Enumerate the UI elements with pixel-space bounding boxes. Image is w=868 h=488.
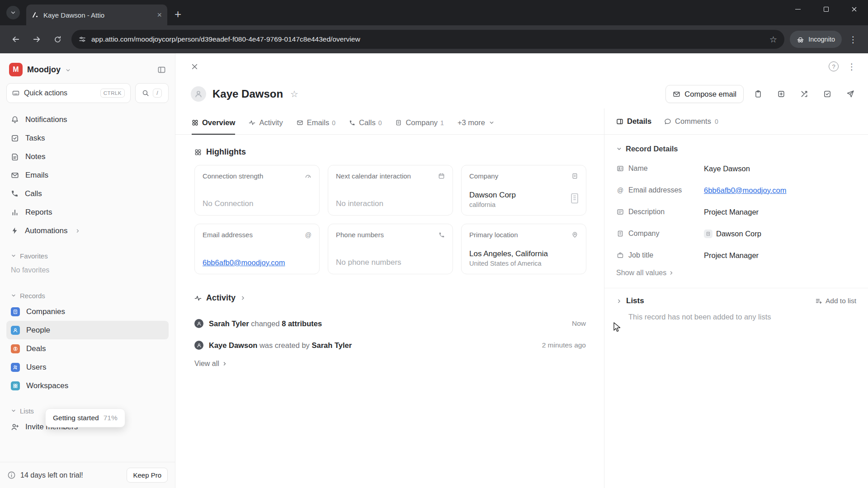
- tab-more[interactable]: +3 more: [458, 118, 495, 134]
- window-restore-button[interactable]: [812, 0, 840, 18]
- field-row-company[interactable]: Company Dawson Corp: [616, 223, 856, 244]
- field-row-job-title[interactable]: Job title Project Manager: [616, 244, 856, 266]
- record-actions: Compose email: [665, 85, 859, 103]
- card-email-addresses[interactable]: Email addresses @ 6bb6afb0@moodjoy.com: [194, 224, 320, 274]
- restore-icon: [824, 7, 829, 12]
- tab-label: +3 more: [458, 118, 485, 127]
- sidebar-toggle-icon[interactable]: [157, 66, 166, 74]
- tab-overview[interactable]: Overview: [192, 118, 235, 134]
- records-section-header[interactable]: Records: [6, 289, 169, 302]
- show-all-values-link[interactable]: Show all values: [616, 269, 856, 277]
- sidebar-item-label: Notifications: [25, 115, 67, 124]
- field-value[interactable]: Kaye Dawson: [704, 164, 750, 173]
- add-to-list-label: Add to list: [826, 297, 856, 305]
- card-connection-strength[interactable]: Connection strength No Connection: [194, 165, 320, 216]
- sidebar-item-calls[interactable]: Calls: [6, 184, 169, 203]
- keep-pro-button[interactable]: Keep Pro: [127, 468, 168, 483]
- favorites-section-header[interactable]: Favorites: [6, 249, 169, 263]
- add-note-button[interactable]: [773, 85, 790, 103]
- tab-emails[interactable]: Emails 0: [297, 118, 335, 134]
- field-value-company[interactable]: Dawson Corp: [704, 230, 761, 238]
- sidebar-item-tasks[interactable]: Tasks: [6, 129, 169, 147]
- browser-menu-button[interactable]: ⋮: [845, 31, 861, 48]
- close-record-button[interactable]: [187, 59, 202, 74]
- merge-records-button[interactable]: [796, 85, 813, 103]
- sidebar-item-users[interactable]: Users: [6, 358, 169, 376]
- tab-close-icon[interactable]: ×: [157, 11, 162, 19]
- forward-button[interactable]: [28, 31, 45, 48]
- view-all-link[interactable]: View all: [194, 360, 586, 368]
- add-to-list-button[interactable]: Add to list: [815, 297, 856, 305]
- sidebar-item-notes[interactable]: Notes: [6, 147, 169, 166]
- browser-tab[interactable]: Kaye Dawson - Attio ×: [26, 5, 167, 25]
- users-icon: [11, 363, 20, 372]
- field-value[interactable]: Project Manager: [704, 208, 759, 216]
- create-task-button[interactable]: [819, 85, 836, 103]
- sidebar-item-notifications[interactable]: Notifications: [6, 110, 169, 129]
- browser-chrome: Kaye Dawson - Attio × +: [0, 0, 868, 53]
- field-email-link[interactable]: 6bb6afb0@moodjoy.com: [704, 186, 786, 195]
- back-icon: [12, 35, 20, 43]
- chevron-down-icon: [11, 408, 16, 413]
- record-menu-button[interactable]: ⋮: [844, 59, 859, 74]
- activity-item[interactable]: Kaye Dawson was created by Sarah Tyler 2…: [194, 334, 586, 356]
- log-activity-button[interactable]: [750, 85, 767, 103]
- favorites-header-label: Favorites: [20, 252, 48, 260]
- card-next-calendar-interaction[interactable]: Next calendar interaction No interaction: [328, 165, 453, 216]
- getting-started-tooltip[interactable]: Getting started 71%: [45, 408, 125, 427]
- quick-actions-button[interactable]: Quick actions CTRLK: [6, 83, 131, 103]
- tab-label: Details: [627, 117, 651, 126]
- site-info-icon[interactable]: [79, 36, 86, 43]
- tab-details[interactable]: Details: [616, 117, 651, 126]
- field-row-description[interactable]: Description Project Manager: [616, 201, 856, 223]
- card-value: No phone numbers: [336, 258, 445, 267]
- tab-calls[interactable]: Calls 0: [349, 118, 382, 134]
- url-text[interactable]: app.attio.com/moodjoycorp/person/d39eade…: [91, 35, 764, 43]
- compose-email-label: Compose email: [684, 90, 736, 99]
- merge-icon: [800, 90, 808, 98]
- record-details-header[interactable]: Record Details: [616, 145, 856, 153]
- send-email-button[interactable]: [842, 85, 859, 103]
- card-primary-location[interactable]: Primary location Los Angeles, California…: [461, 224, 586, 274]
- window-minimize-button[interactable]: [784, 0, 812, 18]
- note-add-icon: [777, 90, 785, 98]
- card-email-link[interactable]: 6bb6afb0@moodjoy.com: [203, 258, 311, 267]
- activity-section: Activity Sarah Tyler: [194, 293, 586, 368]
- sidebar: M Moodjoy Quick actions CTRLK /: [0, 53, 175, 488]
- sidebar-item-automations[interactable]: Automations: [6, 221, 169, 240]
- new-tab-button[interactable]: +: [175, 8, 181, 20]
- card-company[interactable]: Company Dawson Corp california: [461, 165, 586, 216]
- tab-activity[interactable]: Activity: [249, 118, 283, 134]
- briefcase-icon: [616, 252, 624, 259]
- bookmark-star-icon[interactable]: ☆: [769, 34, 777, 45]
- sidebar-item-emails[interactable]: Emails: [6, 166, 169, 184]
- tab-search-button[interactable]: [6, 6, 20, 19]
- sidebar-item-companies[interactable]: Companies: [6, 302, 169, 321]
- card-phone-numbers[interactable]: Phone numbers No phone numbers: [328, 224, 453, 274]
- field-value[interactable]: Project Manager: [704, 251, 759, 260]
- back-button[interactable]: [7, 31, 24, 48]
- help-button[interactable]: ?: [826, 59, 841, 74]
- phone-icon: [11, 190, 19, 197]
- sidebar-item-people[interactable]: People: [6, 321, 169, 339]
- chevron-right-icon[interactable]: [240, 295, 246, 301]
- sidebar-item-label: Tasks: [25, 134, 45, 143]
- sidebar-item-workspaces[interactable]: Workspaces: [6, 376, 169, 395]
- field-row-name[interactable]: Name Kaye Dawson: [616, 158, 856, 179]
- reload-button[interactable]: [49, 31, 66, 48]
- activity-item[interactable]: Sarah Tyler changed 8 attributes Now: [194, 313, 586, 334]
- sidebar-item-deals[interactable]: Deals: [6, 339, 169, 358]
- window-close-button[interactable]: [840, 0, 868, 18]
- search-button[interactable]: /: [135, 83, 169, 103]
- bar-chart-icon: [11, 208, 19, 216]
- tab-company[interactable]: Company 1: [395, 118, 443, 134]
- favorite-star-icon[interactable]: ☆: [290, 89, 298, 99]
- field-row-email[interactable]: @ Email addresses 6bb6afb0@moodjoy.com: [616, 179, 856, 201]
- compose-email-button[interactable]: Compose email: [665, 85, 744, 103]
- chevron-right-icon[interactable]: [616, 298, 622, 304]
- card-value[interactable]: Dawson Corp: [469, 191, 578, 200]
- sidebar-item-reports[interactable]: Reports: [6, 203, 169, 221]
- url-bar[interactable]: app.attio.com/moodjoycorp/person/d39eade…: [71, 30, 784, 49]
- tab-comments[interactable]: Comments 0: [664, 117, 718, 126]
- workspace-switcher[interactable]: M Moodjoy: [6, 61, 169, 79]
